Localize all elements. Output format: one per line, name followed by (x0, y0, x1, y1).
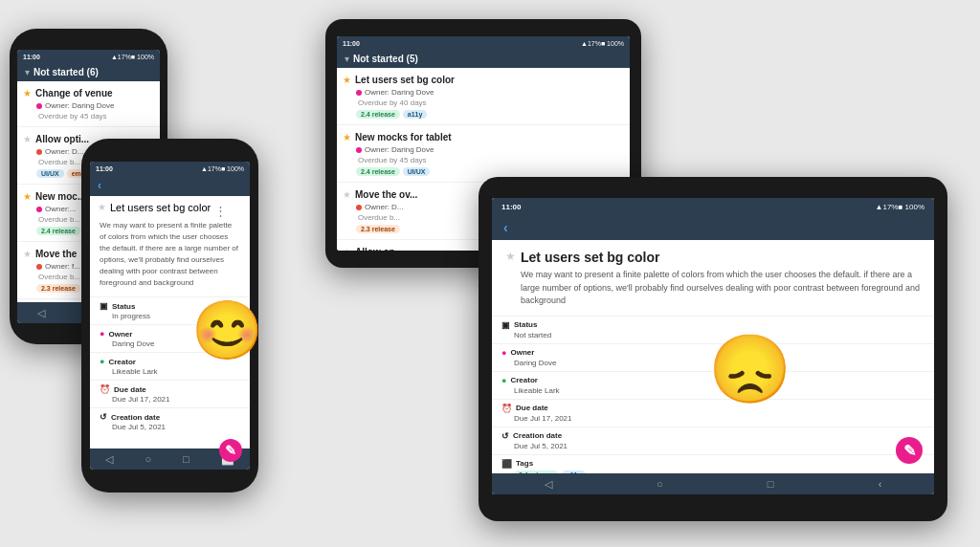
nav-recents-icon[interactable]: □ (183, 453, 189, 465)
star-icon: ★ (23, 249, 32, 259)
creationdate-icon: ↺ (501, 431, 509, 441)
field-status: ▣ Status In progress (90, 296, 250, 324)
status-label: Status (112, 302, 135, 311)
task-overdue: Overdue by 40 days (358, 98, 427, 107)
task-owner: Owner:... (45, 205, 76, 213)
back-arrow-icon[interactable]: ‹ (98, 179, 101, 192)
owner-dot (36, 103, 42, 109)
tablet-back-section-header: ▾ Not started (5) (337, 50, 630, 68)
detail-title: Let users set bg color (521, 250, 659, 265)
owner-dot (36, 207, 42, 212)
star-icon: ★ (343, 247, 351, 251)
creator-value: Likeable Lark (501, 386, 924, 395)
field-creationdate-lg: ↺ Creation date Due Jul 5, 2021 (492, 427, 934, 454)
task-overdue: Overdue b... (38, 215, 80, 224)
fab-button-lg[interactable]: ✎ (896, 437, 923, 464)
duedate-value: Due Jul 17, 2021 (100, 395, 240, 404)
task-overdue: Overdue b... (38, 273, 80, 281)
tablet-large-status-bar: 11:00 ▲17%■ 100% (492, 198, 934, 215)
creator-icon: ● (501, 376, 506, 385)
detail-description: We may want to present a finite palette … (90, 220, 250, 296)
tag-release: 2.3 release (356, 225, 400, 233)
tag-release: 2.4 release (356, 167, 400, 176)
duedate-value: Due Jul 17, 2021 (501, 414, 924, 423)
nav-recents-icon[interactable]: □ (768, 478, 774, 490)
duedate-label: Due date (114, 385, 146, 394)
creationdate-label: Creation date (111, 413, 160, 422)
nav-back-icon[interactable]: ◁ (37, 307, 45, 319)
signal-icon: ▲17%■ 100% (581, 40, 624, 47)
status-label: Status (514, 320, 537, 329)
task-owner: Owner: D... (45, 147, 83, 156)
creationdate-icon: ↺ (100, 412, 107, 422)
star-icon: ★ (505, 250, 516, 263)
owner-icon: ● (100, 329, 104, 339)
owner-label: Owner (108, 330, 132, 339)
task-title: Move the ov... (355, 188, 417, 201)
task-title: New mocks for tablet (355, 131, 452, 143)
signal-icon: ▲17%■ 100% (876, 203, 924, 211)
tag-release: 2.4 release (356, 110, 400, 119)
status-icon: ▣ (501, 320, 510, 330)
field-owner-lg: ● Owner Daring Dove (492, 343, 934, 371)
task-title: Let users set bg color (355, 74, 455, 86)
task-item-let-users[interactable]: ★ Let users set bg color Owner: Daring D… (337, 68, 630, 125)
star-icon: ★ (343, 75, 351, 85)
tag-release: 2.4 release (36, 227, 80, 235)
nav-home-icon[interactable]: ○ (657, 478, 663, 490)
phone-back-icons: ▲17%■ 100% (111, 54, 154, 60)
tablet-back-time: 11:00 (343, 40, 360, 47)
tag-a11y: a11y (403, 110, 428, 119)
phone-mid-detail: ★ Let users set bg color ⋮ We may want t… (90, 196, 250, 435)
tablet-large-icons: ▲17%■ 100% (876, 203, 924, 211)
phone-mid-status-bar: 11:00 ▲17%■ 100% (90, 162, 250, 175)
owner-dot (356, 90, 362, 96)
task-item-new-mocks-tablet[interactable]: ★ New mocks for tablet Owner: Daring Dov… (337, 125, 630, 183)
tablet-large-header: ‹ (492, 215, 934, 240)
back-arrow-icon[interactable]: ‹ (503, 220, 508, 235)
creator-label: Creator (510, 376, 537, 384)
signal-icon: ▲17%■ (111, 54, 135, 60)
phone-back-section-header: ▾ Not started (6) (17, 63, 160, 81)
nav-home-icon[interactable]: ○ (145, 453, 151, 465)
nav-share-icon[interactable]: ‹ (879, 478, 882, 490)
field-creator: ● Creator Likeable Lark (90, 352, 250, 380)
tablet-large-device: 11:00 ▲17%■ 100% ‹ ★ Let users set bg co… (479, 177, 947, 521)
tablet-back-status-bar: 11:00 ▲17%■ 100% (337, 36, 630, 50)
nav-back-icon[interactable]: ◁ (545, 478, 552, 491)
owner-icon: ● (501, 348, 506, 358)
star-icon: ★ (23, 88, 32, 98)
task-owner: Owner: D... (365, 203, 403, 211)
star-icon: ★ (343, 132, 351, 142)
three-dot-menu[interactable]: ⋮ (211, 202, 231, 220)
star-icon: ★ (343, 189, 351, 200)
phone-mid-device: 11:00 ▲17%■ 100% ‹ ★ Let users set bg co… (81, 139, 258, 492)
phone-mid-screen: 11:00 ▲17%■ 100% ‹ ★ Let users set bg co… (90, 162, 250, 470)
creator-label: Creator (108, 358, 135, 366)
task-title: Move the (35, 248, 77, 260)
phone-back-status-bar: 11:00 ▲17%■ 100% (17, 50, 160, 63)
task-item-change-venue[interactable]: ★ Change of venue Owner: Daring Dove Ove… (17, 81, 160, 127)
task-title: Allow op... (355, 246, 403, 251)
task-title: New moc... (35, 190, 85, 203)
detail-description: We may want to present a finite palette … (492, 267, 934, 316)
creationdate-value: Due Jul 5, 2021 (501, 442, 924, 450)
status-value: Not started (501, 331, 924, 339)
task-owner: Owner: Daring Dove (365, 88, 434, 97)
owner-dot (36, 264, 42, 270)
fab-button[interactable]: ✎ (219, 439, 242, 462)
tablet-back-section-title: Not started (5) (353, 54, 418, 64)
star-icon: ★ (98, 202, 106, 212)
tags-label: Tags (516, 459, 533, 468)
task-overdue: Overdue b... (38, 158, 80, 166)
battery-icon: 100% (137, 54, 154, 60)
owner-value: Daring Dove (501, 359, 924, 367)
tablet-large-bottom-nav: ◁ ○ □ ‹ (492, 473, 934, 494)
creationdate-value: Due Jul 5, 2021 (100, 423, 240, 431)
owner-value: Daring Dove (100, 339, 240, 348)
task-overdue: Overdue by 45 days (358, 156, 427, 164)
task-owner: Owner: Daring Dove (45, 101, 114, 110)
tablet-large-screen: 11:00 ▲17%■ 100% ‹ ★ Let users set bg co… (492, 198, 934, 494)
owner-label: Owner (510, 348, 534, 357)
nav-back-icon[interactable]: ◁ (105, 453, 113, 466)
